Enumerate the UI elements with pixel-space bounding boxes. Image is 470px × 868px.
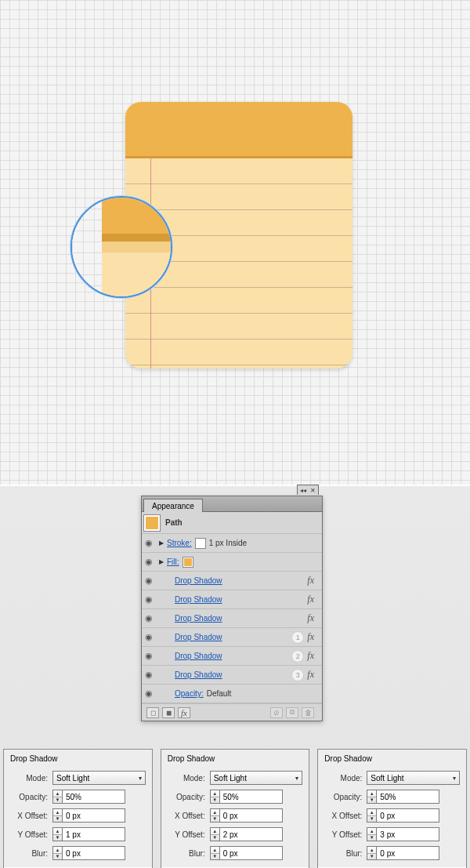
visibility-toggle[interactable]: ◉	[142, 576, 156, 586]
effect-link[interactable]: Drop Shadow	[175, 633, 222, 641]
fill-link[interactable]: Fill:	[167, 557, 179, 566]
xoffset-stepper[interactable]: ▲▼	[210, 808, 220, 823]
tab-appearance[interactable]: Appearance	[143, 499, 203, 512]
fx-icon[interactable]: fx	[307, 575, 317, 587]
opacity-link[interactable]: Opacity:	[175, 689, 204, 698]
yoffset-stepper[interactable]: ▲▼	[52, 827, 63, 841]
disclose-icon[interactable]: ▶	[156, 539, 167, 547]
blur-stepper[interactable]: ▲▼	[367, 846, 377, 860]
visibility-toggle[interactable]: ◉	[142, 557, 156, 567]
blur-input[interactable]: 0 px	[377, 846, 439, 860]
disclose-icon[interactable]: ▶	[156, 558, 167, 565]
opacity-label: Opacity:	[168, 793, 205, 801]
yoffset-stepper[interactable]: ▲▼	[367, 827, 377, 841]
opacity-input[interactable]: 50%	[63, 790, 125, 804]
mode-select[interactable]: Soft Light ▾	[210, 771, 303, 785]
path-row[interactable]: Path	[142, 512, 322, 534]
chevron-down-icon: ▾	[453, 775, 456, 782]
notepad-header	[125, 102, 352, 158]
dialog-title: Drop Shadow	[10, 754, 146, 763]
yoffset-input[interactable]: 1 px	[63, 827, 125, 841]
stroke-swatch[interactable]	[195, 538, 206, 549]
path-thumbnail	[143, 514, 161, 532]
opacity-stepper[interactable]: ▲▼	[210, 790, 220, 804]
xoffset-stepper[interactable]: ▲▼	[367, 808, 377, 823]
drop-shadow-dialog: Drop Shadow Mode: Soft Light ▾ Opacity: …	[161, 749, 310, 868]
clear-appearance-button[interactable]: ⊘	[270, 707, 283, 718]
new-art-fill-button[interactable]: ◼	[162, 707, 175, 718]
fill-row[interactable]: ◉ ▶ Fill:	[142, 553, 322, 572]
fx-icon[interactable]: fx	[307, 669, 317, 681]
duplicate-item-button[interactable]: ⧉	[286, 707, 298, 718]
effect-row[interactable]: ◉ Drop Shadow fx	[142, 609, 322, 628]
effect-row[interactable]: ◉ Drop Shadow fx	[142, 572, 322, 590]
opacity-stepper[interactable]: ▲▼	[367, 790, 377, 804]
stroke-value[interactable]: 1 px Inside	[209, 539, 247, 547]
path-label: Path	[165, 518, 183, 527]
drop-shadow-dialog: Drop Shadow Mode: Soft Light ▾ Opacity: …	[317, 749, 467, 868]
mode-label: Mode:	[168, 774, 205, 783]
visibility-toggle[interactable]: ◉	[142, 670, 156, 680]
xoffset-input[interactable]: 0 px	[377, 808, 439, 823]
xoffset-label: X Offset:	[324, 812, 362, 820]
close-icon[interactable]: ✕	[310, 487, 316, 494]
effect-row[interactable]: ◉ Drop Shadow 2 fx	[142, 647, 322, 666]
artboard-canvas[interactable]	[0, 0, 470, 485]
xoffset-stepper[interactable]: ▲▼	[52, 808, 63, 823]
visibility-toggle[interactable]: ◉	[142, 688, 156, 699]
yoffset-input[interactable]: 3 px	[377, 827, 439, 841]
collapse-icon[interactable]: ◂◂	[300, 487, 306, 494]
callout-badge: 1	[291, 631, 304, 644]
xoffset-label: X Offset:	[10, 812, 48, 820]
opacity-input[interactable]: 50%	[220, 790, 283, 804]
fx-icon[interactable]: fx	[307, 612, 317, 624]
effect-link[interactable]: Drop Shadow	[175, 670, 222, 679]
delete-item-button[interactable]: 🗑	[302, 707, 314, 718]
mode-select[interactable]: Soft Light ▾	[52, 771, 146, 785]
opacity-input[interactable]: 50%	[377, 790, 439, 804]
fill-swatch[interactable]	[183, 557, 193, 568]
visibility-toggle[interactable]: ◉	[142, 538, 156, 548]
effect-link[interactable]: Drop Shadow	[175, 595, 222, 604]
blur-stepper[interactable]: ▲▼	[210, 846, 220, 860]
yoffset-stepper[interactable]: ▲▼	[210, 827, 220, 841]
chevron-down-icon: ▾	[295, 775, 298, 782]
blur-label: Blur:	[10, 849, 48, 858]
xoffset-input[interactable]: 0 px	[63, 808, 125, 823]
panel-flyout[interactable]: ◂◂ ✕	[297, 485, 319, 495]
opacity-row[interactable]: ◉ Opacity: Default	[142, 685, 322, 703]
stroke-row[interactable]: ◉ ▶ Stroke: 1 px Inside	[142, 534, 322, 553]
blur-input[interactable]: 0 px	[63, 846, 125, 860]
effect-link[interactable]: Drop Shadow	[175, 576, 222, 585]
opacity-stepper[interactable]: ▲▼	[52, 790, 63, 804]
new-art-stroke-button[interactable]: ◻	[146, 707, 159, 718]
yoffset-input[interactable]: 2 px	[220, 827, 283, 841]
effect-row[interactable]: ◉ Drop Shadow 1 fx	[142, 628, 322, 647]
appearance-panel: ◂◂ ✕ Appearance Path ◉ ▶ Stroke: 1 px In…	[141, 496, 323, 721]
mode-value: Soft Light	[371, 774, 403, 783]
visibility-toggle[interactable]: ◉	[142, 632, 156, 642]
blur-stepper[interactable]: ▲▼	[52, 846, 63, 860]
blur-input[interactable]: 0 px	[220, 846, 283, 860]
visibility-toggle[interactable]: ◉	[142, 594, 156, 605]
dialog-title: Drop Shadow	[324, 754, 460, 763]
effect-row[interactable]: ◉ Drop Shadow 3 fx	[142, 666, 322, 685]
effect-row[interactable]: ◉ Drop Shadow fx	[142, 590, 322, 609]
visibility-toggle[interactable]: ◉	[142, 651, 156, 661]
callout-badge: 3	[291, 669, 304, 681]
effect-link[interactable]: Drop Shadow	[175, 652, 222, 660]
visibility-toggle[interactable]: ◉	[142, 613, 156, 623]
add-effect-button[interactable]: fx	[178, 707, 190, 718]
xoffset-input[interactable]: 0 px	[220, 808, 283, 823]
mode-select[interactable]: Soft Light ▾	[367, 771, 460, 785]
effect-link[interactable]: Drop Shadow	[175, 614, 222, 623]
fx-icon[interactable]: fx	[307, 631, 317, 643]
panel-tab-bar: Appearance	[142, 496, 322, 512]
stroke-link[interactable]: Stroke:	[167, 539, 192, 547]
blur-label: Blur:	[168, 849, 205, 858]
dialog-title: Drop Shadow	[168, 754, 303, 763]
opacity-label: Opacity:	[10, 793, 48, 801]
fx-icon[interactable]: fx	[307, 650, 317, 662]
xoffset-label: X Offset:	[168, 812, 205, 820]
fx-icon[interactable]: fx	[307, 594, 317, 605]
